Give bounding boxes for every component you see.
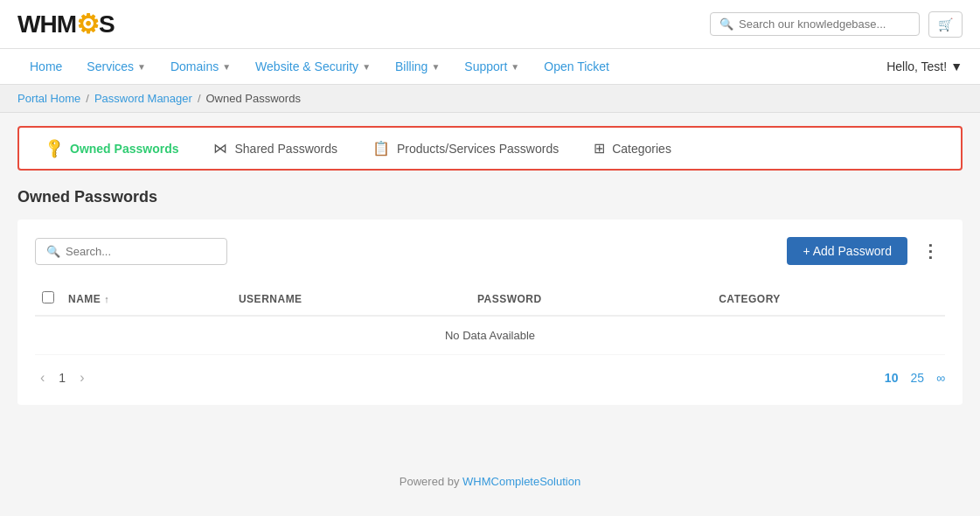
prev-page-button[interactable]: ‹ — [35, 368, 50, 387]
nav-website-security[interactable]: Website & Security ▼ — [243, 49, 383, 84]
sort-icon: ↑ — [104, 294, 109, 304]
support-caret: ▼ — [511, 62, 519, 72]
tab-categories[interactable]: ⊞ Categories — [576, 128, 689, 169]
share-icon: ⋈ — [213, 140, 227, 157]
breadcrumb-current: Owned Passwords — [206, 92, 301, 105]
col-username: USERNAME — [232, 282, 470, 316]
nav-bar: Home Services ▼ Domains ▼ Website & Secu… — [0, 49, 980, 85]
breadcrumb-password-manager[interactable]: Password Manager — [94, 92, 192, 105]
next-page-button[interactable]: › — [74, 368, 89, 387]
breadcrumb-sep-1: / — [86, 92, 89, 105]
knowledge-search-input[interactable] — [739, 17, 910, 31]
footer-link[interactable]: WHMCompleteSolution — [462, 475, 580, 488]
nav-home[interactable]: Home — [17, 49, 74, 84]
add-password-button[interactable]: + Add Password — [787, 237, 907, 265]
cart-button[interactable]: 🛒 — [928, 11, 963, 38]
breadcrumb-portal-home[interactable]: Portal Home — [17, 92, 80, 105]
col-password: PASSWORD — [470, 282, 712, 316]
main-content: 🔑 Owned Passwords ⋈ Shared Passwords 📋 P… — [0, 113, 980, 463]
table-search-bar[interactable]: 🔍 — [35, 238, 227, 265]
table-toolbar: 🔍 + Add Password ⋮ — [35, 237, 945, 265]
top-right: 🔍 🛒 — [710, 11, 963, 38]
billing-caret: ▼ — [431, 62, 440, 72]
page-nav: ‹ 1 › — [35, 368, 89, 387]
tab-categories-label: Categories — [612, 142, 671, 156]
tab-shared-label: Shared Passwords — [234, 142, 337, 156]
breadcrumb-sep-2: / — [198, 92, 201, 105]
table-header: NAME ↑ USERNAME PASSWORD CATEGORY — [35, 282, 945, 316]
domains-caret: ▼ — [222, 62, 231, 72]
logo-gear: ⚙ — [76, 9, 99, 39]
table-no-data-row: No Data Available — [35, 316, 945, 355]
current-page: 1 — [59, 371, 66, 385]
tab-owned-passwords[interactable]: 🔑 Owned Passwords — [28, 128, 196, 169]
more-options-button[interactable]: ⋮ — [916, 239, 945, 263]
tab-shared-passwords[interactable]: ⋈ Shared Passwords — [196, 128, 355, 169]
logo-cs: S — [99, 10, 115, 38]
col-check — [35, 282, 61, 316]
clipboard-icon: 📋 — [372, 140, 390, 157]
knowledge-search-bar[interactable]: 🔍 — [710, 12, 920, 36]
no-data-cell: No Data Available — [35, 316, 945, 355]
table-body: No Data Available — [35, 316, 945, 355]
table-search-input[interactable] — [66, 245, 216, 258]
col-name-label: NAME — [68, 293, 101, 305]
breadcrumb: Portal Home / Password Manager / Owned P… — [0, 85, 980, 113]
website-security-caret: ▼ — [362, 62, 371, 72]
table-search-icon: 🔍 — [46, 245, 60, 258]
logo-wh: WHM — [17, 10, 76, 38]
nav-support[interactable]: Support ▼ — [452, 49, 532, 84]
user-greeting[interactable]: Hello, Test! ▼ — [886, 59, 963, 73]
toolbar-right: + Add Password ⋮ — [787, 237, 945, 265]
nav-open-ticket[interactable]: Open Ticket — [532, 49, 622, 84]
key-icon: 🔑 — [42, 136, 66, 161]
search-icon: 🔍 — [719, 17, 733, 31]
col-name: NAME ↑ — [61, 282, 232, 316]
logo: WHM⚙S — [17, 9, 115, 39]
page-size-10[interactable]: 10 — [885, 371, 899, 385]
page-sizes: 10 25 ∞ — [885, 371, 945, 385]
table-container: 🔍 + Add Password ⋮ NAME ↑ — [17, 220, 963, 405]
grid-icon: ⊞ — [594, 140, 605, 157]
page-size-25[interactable]: 25 — [910, 371, 924, 385]
section-title: Owned Passwords — [17, 188, 963, 206]
nav-billing[interactable]: Billing ▼ — [383, 49, 452, 84]
tab-products-label: Products/Services Passwords — [397, 142, 559, 156]
hello-text: Hello, Test! — [886, 59, 947, 73]
pagination: ‹ 1 › 10 25 ∞ — [35, 368, 945, 387]
services-caret: ▼ — [137, 62, 146, 72]
nav-domains[interactable]: Domains ▼ — [158, 49, 243, 84]
nav-links: Home Services ▼ Domains ▼ Website & Secu… — [17, 49, 622, 84]
page-size-all[interactable]: ∞ — [936, 371, 945, 385]
tab-products-passwords[interactable]: 📋 Products/Services Passwords — [355, 128, 576, 169]
tab-panel: 🔑 Owned Passwords ⋈ Shared Passwords 📋 P… — [17, 126, 963, 171]
col-category: CATEGORY — [712, 282, 945, 316]
user-menu-caret: ▼ — [950, 59, 963, 73]
footer: Powered by WHMCompleteSolution — [0, 463, 980, 500]
passwords-table: NAME ↑ USERNAME PASSWORD CATEGORY No Dat… — [35, 282, 945, 355]
footer-text: Powered by — [400, 475, 462, 488]
top-bar: WHM⚙S 🔍 🛒 — [0, 0, 980, 49]
select-all-checkbox[interactable] — [42, 291, 54, 303]
nav-services[interactable]: Services ▼ — [74, 49, 158, 84]
tab-owned-label: Owned Passwords — [70, 142, 178, 156]
